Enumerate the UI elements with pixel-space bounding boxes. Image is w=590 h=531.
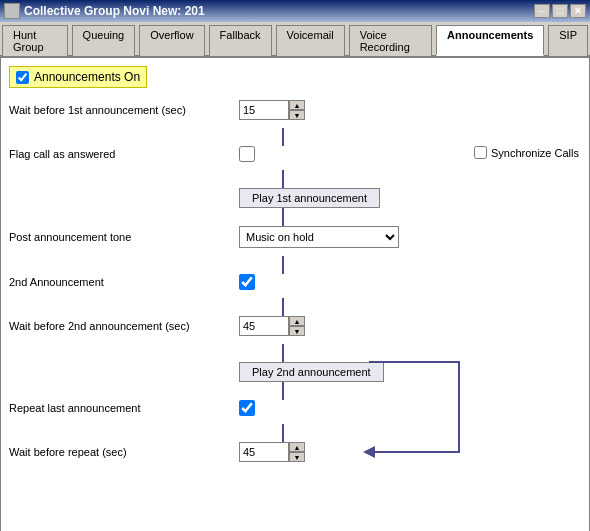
wait-2nd-spinner[interactable]: 45 ▲ ▼ — [239, 316, 305, 336]
announcements-on-label: Announcements On — [34, 70, 140, 84]
content-area: Synchronize Calls Announcements On Wait … — [0, 57, 590, 531]
repeat-last-row: Repeat last announcement — [9, 400, 581, 416]
connector-4 — [282, 256, 284, 274]
flag-call-checkbox[interactable] — [239, 146, 255, 162]
wait-repeat-row: Wait before repeat (sec) 45 ▲ ▼ — [9, 442, 581, 462]
tab-announcements[interactable]: Announcements — [436, 25, 544, 56]
announcements-on-row: Announcements On — [9, 66, 147, 88]
wait-repeat-input[interactable]: 45 — [239, 442, 289, 462]
post-tone-label: Post announcement tone — [9, 231, 239, 243]
connector-6 — [282, 344, 284, 362]
app-icon — [4, 3, 20, 19]
tab-queuing[interactable]: Queuing — [72, 25, 136, 56]
wait-2nd-row: Wait before 2nd announcement (sec) 45 ▲ … — [9, 316, 581, 336]
connector-8 — [282, 424, 284, 442]
tab-voice-recording[interactable]: Voice Recording — [349, 25, 432, 56]
tab-voicemail[interactable]: Voicemail — [276, 25, 345, 56]
wait-repeat-label: Wait before repeat (sec) — [9, 446, 239, 458]
post-tone-select[interactable]: Music on hold Silence Ring tone — [239, 226, 399, 248]
wait-2nd-decrement[interactable]: ▼ — [289, 326, 305, 336]
wait-repeat-decrement[interactable]: ▼ — [289, 452, 305, 462]
play-2nd-wrapper: Play 2nd announcement — [9, 362, 581, 382]
window-title: Collective Group Novi New: 201 — [24, 4, 205, 18]
announcement-2nd-checkbox[interactable] — [239, 274, 255, 290]
wait-repeat-spinner-btns: ▲ ▼ — [289, 442, 305, 462]
announcement-2nd-row: 2nd Announcement — [9, 274, 581, 290]
connector-3 — [282, 208, 284, 226]
wait-2nd-input[interactable]: 45 — [239, 316, 289, 336]
repeat-last-checkbox[interactable] — [239, 400, 255, 416]
title-bar-controls: ─ □ ✕ — [534, 4, 586, 18]
tabs-row: Hunt Group Queuing Overflow Fallback Voi… — [0, 22, 590, 57]
wait-2nd-label: Wait before 2nd announcement (sec) — [9, 320, 239, 332]
tab-hunt-group[interactable]: Hunt Group — [2, 25, 68, 56]
wait-repeat-spinner[interactable]: 45 ▲ ▼ — [239, 442, 305, 462]
wait-1st-label: Wait before 1st announcement (sec) — [9, 104, 239, 116]
wait-1st-row: Wait before 1st announcement (sec) 15 ▲ … — [9, 100, 581, 120]
announcement-2nd-label: 2nd Announcement — [9, 276, 239, 288]
play-1st-box: Play 1st announcement — [239, 188, 380, 208]
minimize-button[interactable]: ─ — [534, 4, 550, 18]
flag-call-label: Flag call as answered — [9, 148, 239, 160]
title-bar: Collective Group Novi New: 201 ─ □ ✕ — [0, 0, 590, 22]
wait-1st-spinner-btns: ▲ ▼ — [289, 100, 305, 120]
wait-repeat-increment[interactable]: ▲ — [289, 442, 305, 452]
play-1st-container: Play 1st announcement — [239, 188, 581, 208]
tab-overflow[interactable]: Overflow — [139, 25, 204, 56]
tab-fallback[interactable]: Fallback — [209, 25, 272, 56]
maximize-button[interactable]: □ — [552, 4, 568, 18]
close-button[interactable]: ✕ — [570, 4, 586, 18]
connector-1 — [282, 128, 284, 146]
tab-sip[interactable]: SIP — [548, 25, 588, 56]
connector-7 — [282, 382, 284, 400]
wait-1st-input[interactable]: 15 — [239, 100, 289, 120]
repeat-last-label: Repeat last announcement — [9, 402, 239, 414]
connector-5 — [282, 298, 284, 316]
wait-1st-increment[interactable]: ▲ — [289, 100, 305, 110]
wait-1st-decrement[interactable]: ▼ — [289, 110, 305, 120]
wait-2nd-increment[interactable]: ▲ — [289, 316, 305, 326]
connector-2 — [282, 170, 284, 188]
wait-1st-spinner[interactable]: 15 ▲ ▼ — [239, 100, 305, 120]
post-tone-row: Post announcement tone Music on hold Sil… — [9, 226, 581, 248]
flag-call-row: Flag call as answered — [9, 146, 581, 162]
wait-2nd-spinner-btns: ▲ ▼ — [289, 316, 305, 336]
announcements-on-checkbox[interactable] — [16, 71, 29, 84]
